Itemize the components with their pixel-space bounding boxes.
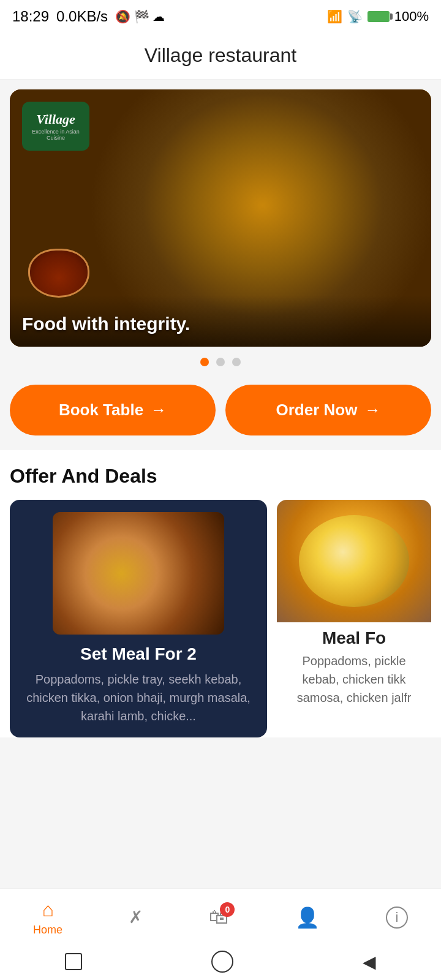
restaurant-logo: Village Excellence in Asian Cuisine	[22, 102, 89, 151]
order-now-button[interactable]: Order Now →	[225, 385, 431, 435]
deal-food-image-1	[53, 512, 224, 635]
time-display: 18:29	[12, 8, 49, 25]
deal-card-2-description: Poppadoms, pickle kebab, chicken tikk sa…	[277, 652, 431, 717]
hero-banner: Village Excellence in Asian Cuisine Food…	[10, 89, 431, 347]
deal-card-1[interactable]: Set Meal For 2 Poppadoms, pickle tray, s…	[10, 500, 267, 737]
page-title: Village restaurant	[145, 44, 296, 66]
logo-subtext: Excellence in Asian Cuisine	[27, 129, 85, 141]
sauce-bowl-decoration	[28, 249, 89, 298]
book-table-arrow: →	[151, 401, 167, 420]
book-table-label: Book Table	[59, 401, 143, 420]
book-table-button[interactable]: Book Table →	[10, 385, 216, 435]
battery-percent: 100%	[394, 9, 429, 24]
logo-text: Village	[36, 111, 75, 127]
home-label: Home	[33, 924, 62, 937]
nav-item-profile[interactable]: 👤	[295, 906, 320, 929]
profile-icon: 👤	[295, 906, 320, 929]
carousel-indicators	[0, 347, 441, 372]
offers-section: Offer And Deals Set Meal For 2 Poppadoms…	[0, 450, 441, 737]
android-navigation-bar: ◀	[0, 943, 441, 980]
deals-cards-container: Set Meal For 2 Poppadoms, pickle tray, s…	[10, 500, 431, 737]
android-home-button[interactable]	[211, 951, 233, 973]
battery-icon	[368, 11, 390, 22]
deal-card-2-title: Meal Fo	[277, 622, 431, 652]
status-left: 18:29 0.0KB/s 🔕 🏁 ☁	[12, 8, 165, 25]
status-bar: 18:29 0.0KB/s 🔕 🏁 ☁ 📶 📡 100%	[0, 0, 441, 33]
deal-card-1-description: Poppadoms, pickle tray, seekh kebab, chi…	[10, 670, 267, 737]
cart-badge: 0	[220, 902, 235, 917]
deal-card-2[interactable]: Meal Fo Poppadoms, pickle kebab, chicken…	[277, 500, 431, 737]
order-now-label: Order Now	[276, 401, 358, 420]
hero-tagline: Food with integrity.	[22, 314, 190, 334]
home-icon: ⌂	[42, 899, 53, 921]
carousel-dot-1[interactable]	[200, 358, 209, 366]
order-now-arrow: →	[364, 401, 380, 420]
hero-background: Village Excellence in Asian Cuisine Food…	[10, 89, 431, 347]
signal-icon: 📶	[327, 9, 342, 24]
deal-card-2-image	[277, 500, 431, 622]
nav-item-home[interactable]: ⌂ Home	[33, 899, 62, 937]
android-recent-button[interactable]	[65, 953, 82, 970]
deal-card-1-image	[53, 512, 224, 635]
wifi-icon: 📡	[347, 9, 363, 24]
status-right: 📶 📡 100%	[327, 9, 429, 24]
menu-icon: ✗	[129, 907, 143, 927]
carousel-dot-3[interactable]	[232, 358, 241, 366]
offers-title: Offer And Deals	[10, 465, 431, 488]
nav-item-cart[interactable]: 🛍 0	[209, 906, 228, 929]
carousel-dot-2[interactable]	[216, 358, 225, 366]
nav-item-info[interactable]: i	[386, 907, 408, 929]
bottom-navigation: ⌂ Home ✗ 🛍 0 👤 i	[0, 888, 441, 943]
page-header: Village restaurant	[0, 33, 441, 80]
notification-icons: 🔕 🏁 ☁	[115, 9, 165, 24]
deal-card-1-title: Set Meal For 2	[10, 644, 267, 670]
data-speed: 0.0KB/s	[56, 8, 108, 25]
info-icon: i	[386, 907, 408, 929]
hero-overlay: Food with integrity.	[10, 295, 431, 347]
cta-section: Book Table → Order Now →	[0, 372, 441, 450]
android-back-button[interactable]: ◀	[363, 952, 376, 972]
nav-item-menu[interactable]: ✗	[129, 907, 143, 927]
